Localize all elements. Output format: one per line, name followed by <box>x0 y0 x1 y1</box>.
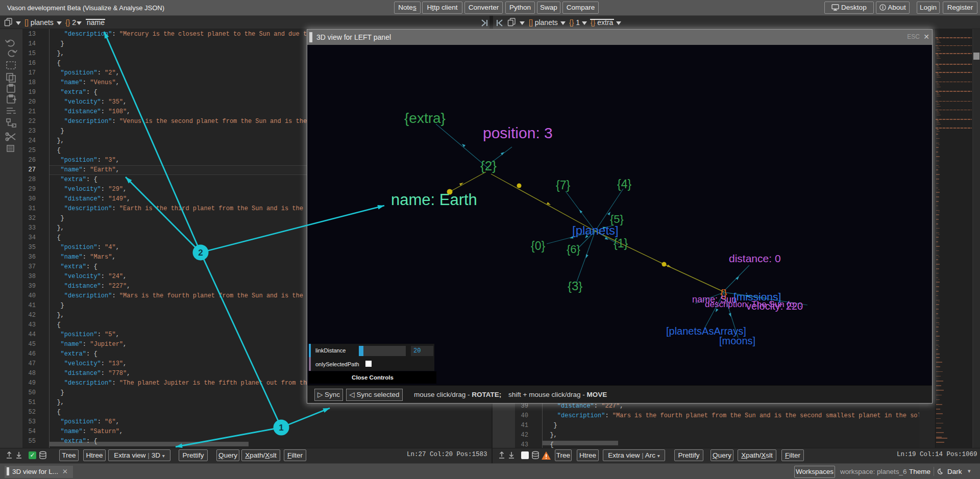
svg-text:{2}: {2} <box>480 158 497 173</box>
svg-text:{3}: {3} <box>568 279 582 293</box>
svg-text:name: Earth: name: Earth <box>391 191 477 209</box>
svg-text:distance: 0: distance: 0 <box>729 253 781 264</box>
svg-text:[moons]: [moons] <box>719 335 755 346</box>
svg-text:position: 3: position: 3 <box>483 124 553 141</box>
svg-text:{4}: {4} <box>617 178 631 191</box>
svg-text:[planets]: [planets] <box>572 223 619 237</box>
svg-text:{6}: {6} <box>567 243 580 256</box>
svg-text:velocity: 220: velocity: 220 <box>746 300 803 312</box>
svg-text:{0}: {0} <box>531 239 545 253</box>
svg-text:{1}: {1} <box>614 237 628 250</box>
svg-text:{extra}: {extra} <box>404 110 446 126</box>
svg-text:{7}: {7} <box>556 179 570 192</box>
